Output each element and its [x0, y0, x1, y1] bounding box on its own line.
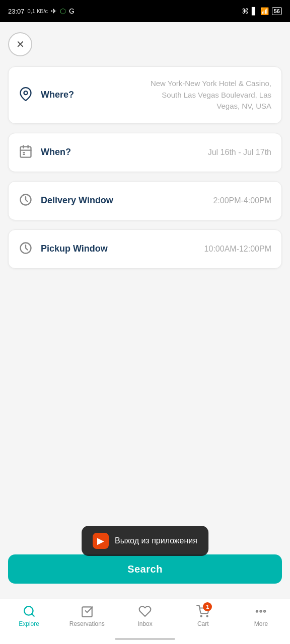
status-bar-right: ⌘ ▋ 📶 56	[242, 7, 282, 15]
reservations-label: Reservations	[69, 620, 105, 627]
google-icon: G	[69, 7, 75, 15]
delivery-card-content: Delivery Window 2:00PM-4:00PM	[41, 195, 271, 206]
explore-label: Explore	[19, 620, 39, 627]
status-bar: 23:07 0,1 КБ/с ✈ ⬡ G ⌘ ▋ 📶 56	[0, 0, 290, 22]
pickup-card[interactable]: Pickup Window 10:00AM-12:00PM	[8, 229, 282, 269]
toast-icon: ▶	[93, 533, 109, 549]
svg-point-12	[201, 616, 202, 617]
svg-point-0	[24, 91, 28, 95]
svg-point-16	[264, 610, 265, 612]
pickup-clock-icon	[19, 241, 33, 257]
telegram-icon: ✈	[51, 7, 57, 15]
home-indicator	[115, 638, 175, 640]
svg-line-10	[32, 614, 34, 616]
cart-badge: 1	[203, 602, 212, 611]
pickup-value: 10:00AM-12:00PM	[113, 245, 271, 254]
search-button[interactable]: Search	[8, 554, 282, 584]
when-card-content: When? Jul 16th - Jul 17th	[41, 147, 271, 157]
status-data: 0,1 КБ/с	[28, 8, 48, 14]
nav-item-reservations[interactable]: Reservations	[58, 604, 116, 627]
close-icon: ✕	[16, 39, 25, 49]
delivery-card[interactable]: Delivery Window 2:00PM-4:00PM	[8, 181, 282, 220]
when-value: Jul 16th - Jul 17th	[76, 148, 271, 157]
reservations-icon	[80, 604, 94, 618]
vpn-icon: ⬡	[60, 7, 66, 15]
nav-item-explore[interactable]: Explore	[0, 604, 58, 627]
delivery-value: 2:00PM-4:00PM	[118, 196, 271, 205]
svg-point-14	[260, 610, 262, 612]
where-label: Where?	[41, 90, 74, 100]
svg-point-15	[256, 610, 258, 612]
where-value: New York-New York Hotel & Casino, South …	[140, 78, 271, 112]
status-bar-left: 23:07 0,1 КБ/с ✈ ⬡ G	[8, 7, 75, 15]
bottom-nav: Explore Reservations Inbox 1	[0, 599, 290, 644]
status-time: 23:07	[8, 8, 25, 15]
inbox-label: Inbox	[137, 620, 152, 627]
nav-item-more[interactable]: More	[232, 604, 290, 627]
svg-rect-1	[21, 146, 31, 157]
nav-item-cart[interactable]: 1 Cart	[174, 604, 232, 627]
calendar-icon	[19, 144, 33, 160]
where-card[interactable]: Where? New York-New York Hotel & Casino,…	[8, 66, 282, 124]
cart-label: Cart	[197, 620, 209, 627]
battery-indicator: 56	[272, 7, 282, 15]
cart-icon: 1	[196, 604, 210, 618]
bluetooth-icon: ⌘	[242, 7, 249, 15]
svg-point-13	[207, 616, 208, 617]
wifi-icon: 📶	[260, 7, 269, 15]
more-icon	[254, 604, 268, 618]
location-icon	[19, 87, 33, 103]
record-icon: ▶	[97, 535, 104, 546]
delivery-clock-icon	[19, 193, 33, 209]
toast-text: Выход из приложения	[115, 536, 197, 545]
nav-item-inbox[interactable]: Inbox	[116, 604, 174, 627]
where-card-content: Where? New York-New York Hotel & Casino,…	[41, 78, 271, 112]
search-button-container: Search	[8, 554, 282, 584]
when-card[interactable]: When? Jul 16th - Jul 17th	[8, 133, 282, 172]
signal-icon: ▋	[252, 7, 257, 15]
explore-icon	[22, 604, 36, 618]
delivery-label: Delivery Window	[41, 195, 113, 206]
pickup-label: Pickup Window	[41, 244, 108, 254]
inbox-icon	[138, 604, 152, 618]
close-button[interactable]: ✕	[8, 32, 32, 56]
more-label: More	[254, 620, 268, 627]
when-label: When?	[41, 147, 71, 157]
toast-notification: ▶ Выход из приложения	[82, 526, 208, 556]
pickup-card-content: Pickup Window 10:00AM-12:00PM	[41, 244, 271, 254]
